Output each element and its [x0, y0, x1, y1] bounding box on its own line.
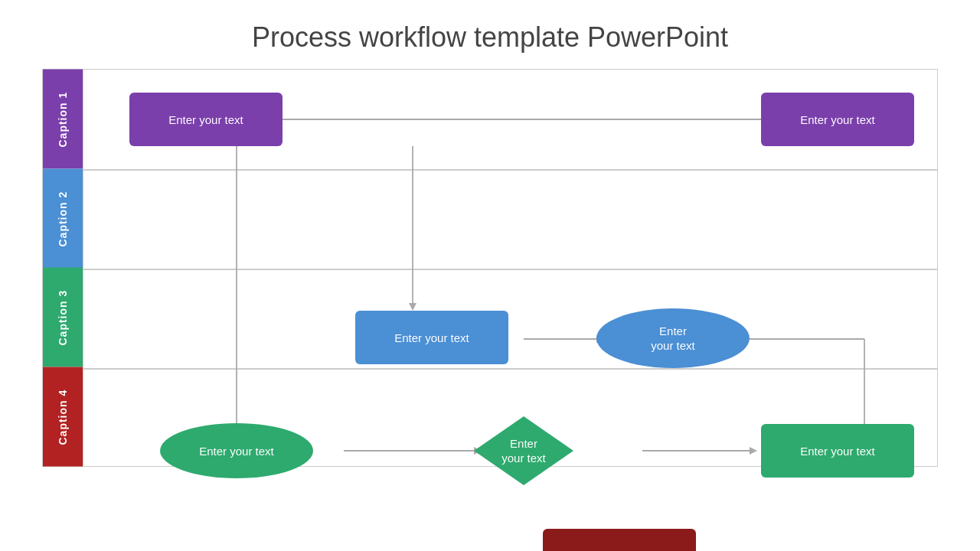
caption-4: Caption 4	[43, 367, 83, 467]
diagram-area: Enter your text Enter your text Enter yo…	[83, 70, 937, 466]
shape-rect-purple-1[interactable]: Enter your text	[129, 93, 283, 146]
caption-1: Caption 1	[43, 70, 83, 169]
shape-rect-green-7[interactable]: Enter your text	[761, 424, 914, 478]
row-divider-3	[83, 368, 937, 370]
shape-rect-red-8[interactable]: Enter your text	[543, 529, 696, 551]
row-divider-1	[83, 169, 937, 171]
shape-diamond-green-6[interactable]: Enteryour text	[474, 416, 573, 485]
row-divider-2	[83, 269, 937, 270]
caption-3: Caption 3	[43, 268, 83, 367]
svg-marker-4	[409, 303, 416, 311]
diagram-wrapper: Caption 1 Caption 2 Caption 3 Caption 4	[42, 69, 938, 467]
shape-rect-blue-3[interactable]: Enter your text	[355, 311, 508, 364]
shape-oval-green-5[interactable]: Enter your text	[160, 423, 313, 478]
shape-oval-blue-4[interactable]: Enteryour text	[596, 308, 750, 368]
page-title: Process workflow template PowerPoint	[0, 0, 980, 69]
shape-rect-purple-2[interactable]: Enter your text	[761, 93, 914, 146]
caption-2: Caption 2	[43, 169, 83, 269]
captions-column: Caption 1 Caption 2 Caption 3 Caption 4	[43, 70, 83, 466]
svg-marker-13	[750, 447, 757, 455]
